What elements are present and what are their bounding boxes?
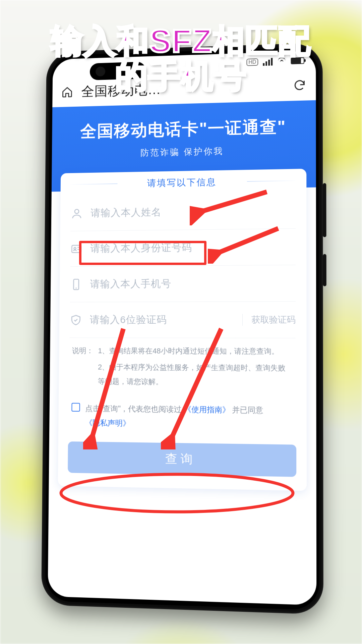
get-code-button[interactable]: 获取验证码 <box>242 314 296 326</box>
privacy-link[interactable]: 《隐私声明》 <box>85 419 130 428</box>
notes-label: 说明： <box>72 344 94 358</box>
id-card-icon <box>70 243 83 255</box>
shield-icon <box>70 314 82 326</box>
name-placeholder: 请输入本人姓名 <box>90 204 296 220</box>
query-button-label: 查询 <box>165 450 196 468</box>
card-header: 请填写以下信息 <box>60 169 306 196</box>
agreement-checkbox[interactable] <box>71 403 80 412</box>
agreement-text: 点击"查询"，代表您也阅读过 《使用指南》 并已同意 《隐私声明》 <box>85 401 263 433</box>
phone-field[interactable]: 请输入本人手机号 <box>70 265 296 302</box>
note-1: 查询结果将在48小时内通过短信通知，请注意查询。 <box>109 346 279 356</box>
home-icon[interactable] <box>61 86 73 98</box>
battery-icon <box>291 57 304 64</box>
banner-subtitle: 防范诈骗 保护你我 <box>55 144 312 161</box>
usage-guide-link[interactable]: 《使用指南》 <box>184 405 230 414</box>
page-title[interactable]: 全国移动电… <box>81 76 284 100</box>
agreement-row: 点击"查询"，代表您也阅读过 《使用指南》 并已同意 《隐私声明》 <box>71 401 293 433</box>
note-2: 由于本程序为公益性服务，如产生查询超时、查询失败等问题，请您谅解。 <box>98 363 286 386</box>
hd-badge: HD <box>246 58 258 66</box>
card-header-text: 请填写以下信息 <box>147 176 217 189</box>
query-button[interactable]: 查询 <box>68 441 296 477</box>
id-field[interactable]: 请输入本人身份证号码 <box>70 229 296 267</box>
phone-device: HD 全国移动电… 全国移动电话卡"一证通查" 防范诈骗 保护你我 请填写以下信… <box>41 43 323 614</box>
wifi-icon <box>277 58 286 65</box>
name-field[interactable]: 请输入本人姓名 <box>70 193 296 231</box>
notes-block: 说明： 1、查询结果将在48小时内通过短信通知，请注意查询。 说明： 2、由于本… <box>72 344 293 390</box>
phone-screen: HD 全国移动电… 全国移动电话卡"一证通查" 防范诈骗 保护你我 请填写以下信… <box>48 51 316 605</box>
person-icon <box>71 207 83 220</box>
phone-placeholder: 请输入本人手机号 <box>90 276 296 291</box>
svg-point-0 <box>75 209 79 214</box>
code-placeholder: 请输入6位验证码 <box>90 313 234 327</box>
form-card: 请填写以下信息 请输入本人姓名 请输入本人身份证号码 请输入本人手机号 <box>58 169 307 491</box>
banner-title: 全国移动电话卡"一证通查" <box>55 115 313 143</box>
volume-button <box>323 183 326 237</box>
code-field[interactable]: 请输入6位验证码 获取验证码 <box>70 302 296 338</box>
svg-rect-1 <box>72 245 81 253</box>
refresh-icon[interactable] <box>293 78 306 92</box>
svg-point-2 <box>74 247 76 249</box>
id-placeholder: 请输入本人身份证号码 <box>90 240 295 255</box>
camera-notch <box>90 62 145 80</box>
power-button <box>323 254 326 286</box>
signal-icon <box>263 58 273 66</box>
phone-icon <box>70 278 82 290</box>
